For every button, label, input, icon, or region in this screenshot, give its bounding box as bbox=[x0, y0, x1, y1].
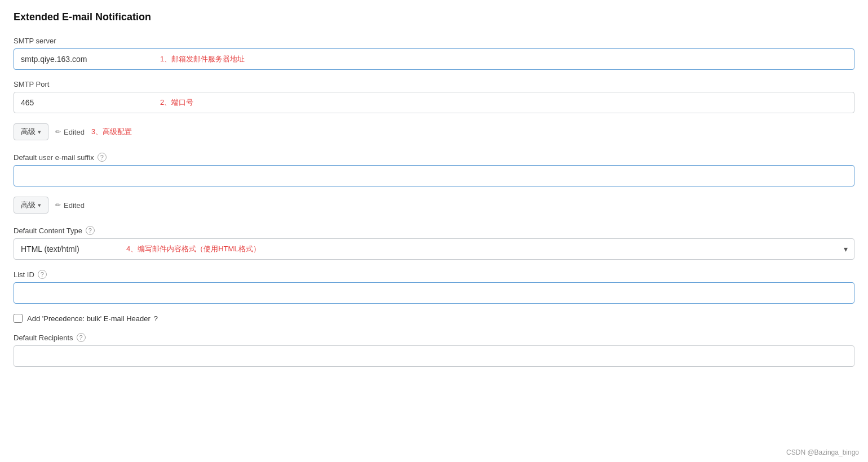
default-email-suffix-group: Default user e-mail suffix ? bbox=[14, 153, 854, 186]
advanced-button-2[interactable]: 高级 ▾ bbox=[14, 197, 48, 214]
default-email-suffix-help-icon[interactable]: ? bbox=[98, 153, 107, 162]
smtp-server-group: SMTP server 1、邮箱发邮件服务器地址 bbox=[14, 37, 854, 70]
smtp-server-input[interactable] bbox=[14, 48, 854, 70]
default-recipients-input[interactable] bbox=[14, 345, 854, 367]
default-content-type-label: Default Content Type ? bbox=[14, 226, 854, 235]
edited-badge-1: ✏ Edited bbox=[55, 128, 85, 136]
default-recipients-group: Default Recipients ? bbox=[14, 333, 854, 367]
list-id-input[interactable] bbox=[14, 282, 854, 304]
advanced-row-1: 高级 ▾ ✏ Edited 3、高级配置 bbox=[14, 123, 854, 140]
default-content-type-select[interactable]: HTML (text/html) Plain Text (text/plain) bbox=[14, 238, 854, 260]
smtp-server-label: SMTP server bbox=[14, 37, 854, 45]
default-content-type-group: Default Content Type ? HTML (text/html) … bbox=[14, 226, 854, 260]
add-precedence-help-icon[interactable]: ? bbox=[154, 314, 158, 323]
default-recipients-label: Default Recipients ? bbox=[14, 333, 854, 342]
list-id-label: List ID ? bbox=[14, 270, 854, 279]
add-precedence-checkbox[interactable] bbox=[14, 314, 23, 323]
edited-label-2: Edited bbox=[64, 201, 85, 210]
pencil-icon-1: ✏ bbox=[55, 128, 61, 136]
chevron-down-icon-1: ▾ bbox=[38, 128, 41, 136]
default-content-type-select-wrapper: HTML (text/html) Plain Text (text/plain)… bbox=[14, 238, 854, 260]
chevron-down-icon-2: ▾ bbox=[38, 202, 41, 209]
default-recipients-help-icon[interactable]: ? bbox=[77, 333, 86, 342]
default-email-suffix-input[interactable] bbox=[14, 165, 854, 186]
add-precedence-label[interactable]: Add 'Precedence: bulk' E-mail Header ? bbox=[27, 314, 158, 323]
pencil-icon-2: ✏ bbox=[55, 201, 61, 209]
default-email-suffix-label: Default user e-mail suffix ? bbox=[14, 153, 854, 162]
page-title: Extended E-mail Notification bbox=[14, 11, 854, 23]
smtp-port-group: SMTP Port 2、端口号 bbox=[14, 80, 854, 113]
advanced-button-1-label: 高级 bbox=[21, 127, 36, 137]
advanced-annotation-1: 3、高级配置 bbox=[91, 127, 132, 137]
default-content-type-help-icon[interactable]: ? bbox=[86, 226, 95, 235]
list-id-help-icon[interactable]: ? bbox=[38, 270, 47, 279]
smtp-server-input-wrapper: 1、邮箱发邮件服务器地址 bbox=[14, 48, 854, 70]
advanced-button-2-label: 高级 bbox=[21, 200, 36, 210]
edited-badge-2: ✏ Edited bbox=[55, 201, 85, 210]
add-precedence-row: Add 'Precedence: bulk' E-mail Header ? bbox=[14, 314, 854, 323]
advanced-button-1[interactable]: 高级 ▾ bbox=[14, 123, 48, 140]
watermark: CSDN @Bazinga_bingo bbox=[786, 448, 859, 456]
advanced-row-2: 高级 ▾ ✏ Edited bbox=[14, 197, 854, 214]
smtp-port-input[interactable] bbox=[14, 92, 854, 113]
smtp-port-label: SMTP Port bbox=[14, 80, 854, 88]
edited-label-1: Edited bbox=[64, 128, 85, 136]
smtp-port-input-wrapper: 2、端口号 bbox=[14, 92, 854, 113]
list-id-group: List ID ? bbox=[14, 270, 854, 304]
